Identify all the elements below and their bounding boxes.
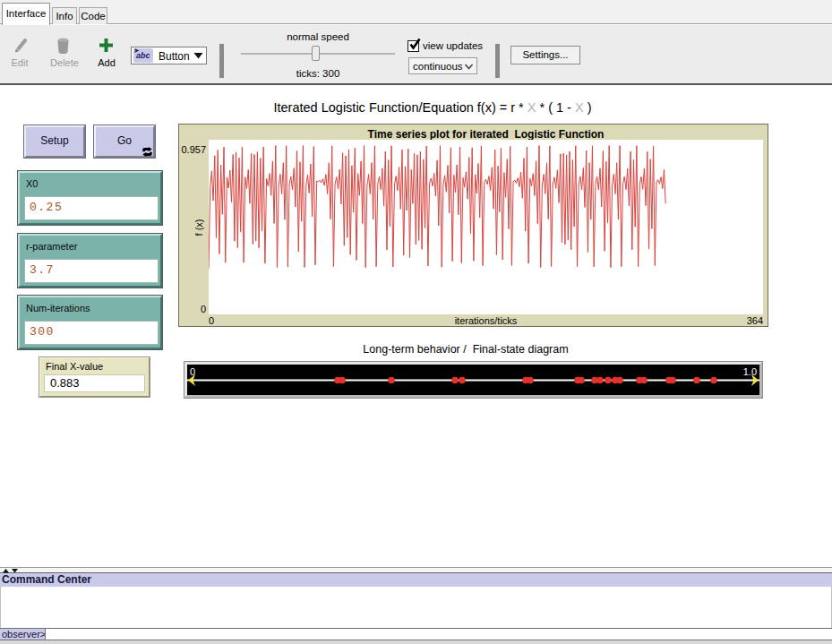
svg-text:1.0: 1.0: [743, 366, 757, 377]
svg-text:0: 0: [190, 366, 195, 377]
